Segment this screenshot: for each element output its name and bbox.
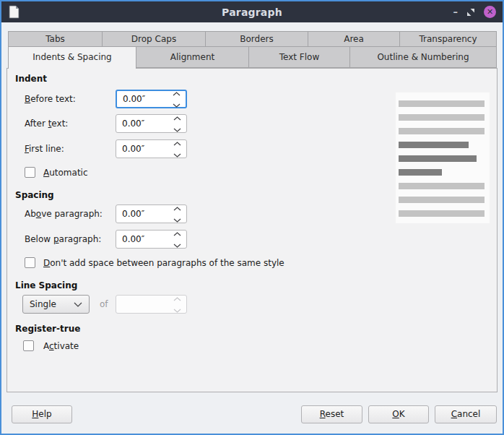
preview-area xyxy=(396,92,490,223)
spin-down-icon[interactable] xyxy=(173,100,181,110)
activate-checkbox[interactable] xyxy=(23,340,34,351)
titlebar[interactable]: Paragraph – ✕ xyxy=(1,1,503,22)
spin-up-icon[interactable] xyxy=(173,88,181,98)
register-true-heading: Register-true xyxy=(15,324,80,334)
line-spacing-heading: Line Spacing xyxy=(15,280,77,290)
of-label: of xyxy=(100,295,108,314)
spin-up-icon[interactable] xyxy=(173,228,181,238)
indents-and-spacing-page: Indent Before text: 0.00″ After text: 0.… xyxy=(6,68,498,392)
before-text-spinbox[interactable]: 0.00″ xyxy=(116,90,187,108)
preview-text-bar xyxy=(399,142,469,148)
spin-up-icon xyxy=(173,293,181,303)
tab-drop-caps[interactable]: Drop Caps xyxy=(102,31,206,47)
titlebar-controls: – ✕ xyxy=(453,1,497,22)
reset-button[interactable]: Reset xyxy=(301,405,362,423)
tab-alignment[interactable]: Alignment xyxy=(136,46,249,68)
below-paragraph-spinbox[interactable]: 0.00″ xyxy=(116,230,187,249)
tab-area[interactable]: Area xyxy=(308,31,400,47)
spin-up-icon[interactable] xyxy=(173,113,181,123)
tab-tabs[interactable]: Tabs xyxy=(8,31,103,47)
preview-text-bar xyxy=(399,210,485,217)
above-paragraph-spinbox[interactable]: 0.00″ xyxy=(116,204,187,223)
preview-text-bar xyxy=(399,197,485,203)
chevron-down-icon xyxy=(74,299,82,309)
document-icon xyxy=(9,5,19,19)
spin-down-icon xyxy=(173,305,181,315)
help-button[interactable]: Help xyxy=(12,405,72,423)
after-text-label: After text: xyxy=(25,114,68,133)
tab-borders[interactable]: Borders xyxy=(205,31,308,47)
minimize-icon[interactable]: – xyxy=(453,9,459,16)
preview-text-bar xyxy=(399,114,485,121)
cancel-button[interactable]: Cancel xyxy=(435,405,497,423)
tab-text-flow[interactable]: Text Flow xyxy=(248,46,350,68)
preview-text-bar xyxy=(399,128,485,134)
spin-down-icon[interactable] xyxy=(173,124,181,134)
spin-down-icon[interactable] xyxy=(173,215,181,225)
below-paragraph-label: Below paragraph: xyxy=(25,230,101,249)
spacing-heading: Spacing xyxy=(15,190,54,200)
before-text-value: 0.00″ xyxy=(117,94,173,104)
tab-outline-and-numbering[interactable]: Outline & Numbering xyxy=(349,46,497,68)
automatic-label[interactable]: Automatic xyxy=(43,167,88,178)
ok-button[interactable]: OK xyxy=(368,405,429,423)
same-style-checkbox[interactable] xyxy=(25,257,35,268)
after-text-spinbox[interactable]: 0.00″ xyxy=(116,114,187,133)
paragraph-dialog: Paragraph – ✕ Tabs Drop Caps Borders Are… xyxy=(0,0,504,435)
tab-indents-and-spacing[interactable]: Indents & Spacing xyxy=(8,46,136,69)
restore-icon[interactable] xyxy=(466,8,475,17)
preview-text-bar xyxy=(399,100,485,107)
after-text-value: 0.00″ xyxy=(116,119,173,129)
first-line-label: First line: xyxy=(25,139,64,158)
preview-text-bar xyxy=(399,155,477,162)
spin-down-icon[interactable] xyxy=(173,240,181,250)
tab-transparency[interactable]: Transparency xyxy=(399,31,497,47)
spin-up-icon[interactable] xyxy=(173,138,181,148)
preview-text-bar xyxy=(399,169,442,176)
activate-label[interactable]: Activate xyxy=(43,340,79,352)
line-spacing-dropdown[interactable]: Single xyxy=(22,295,90,314)
spin-up-icon[interactable] xyxy=(173,203,181,213)
below-paragraph-value: 0.00″ xyxy=(116,234,173,244)
preview-text-bar xyxy=(399,183,485,189)
indent-heading: Indent xyxy=(15,74,47,84)
above-paragraph-value: 0.00″ xyxy=(116,209,173,219)
first-line-spinbox[interactable]: 0.00″ xyxy=(116,139,187,158)
close-icon[interactable]: ✕ xyxy=(484,6,496,18)
line-spacing-of-spinbox xyxy=(116,295,187,314)
above-paragraph-label: Above paragraph: xyxy=(25,204,103,223)
same-style-label[interactable]: Don't add space between paragraphs of th… xyxy=(43,257,284,269)
automatic-checkbox[interactable] xyxy=(25,167,35,178)
first-line-value: 0.00″ xyxy=(116,144,173,154)
window-title: Paragraph xyxy=(1,7,503,18)
line-spacing-value: Single xyxy=(30,299,56,309)
spin-down-icon[interactable] xyxy=(173,150,181,160)
before-text-label: Before text: xyxy=(25,90,76,108)
